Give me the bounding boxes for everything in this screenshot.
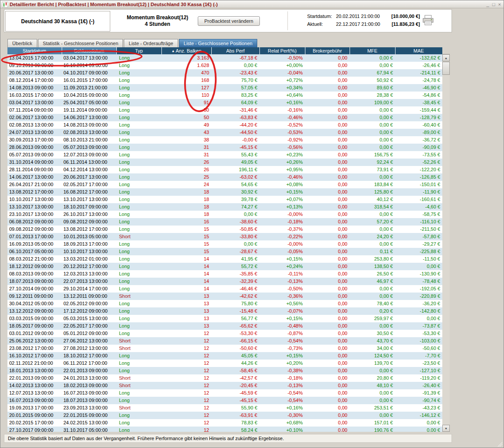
table-row[interactable]: 13.08.2012 17:00:0016.08.2012 17:00:00Lo…	[7, 188, 442, 196]
table-row[interactable]: 02.08.2013 13:00:0014.08.2013 09:00:00Lo…	[7, 121, 442, 129]
cell-mae: -24,78 €	[395, 77, 442, 84]
scroll-up-button[interactable]: ▲	[442, 54, 450, 61]
cell-startdatum: 28.06.2013 09:00:00	[7, 144, 62, 151]
cell-schlussdatum: 04.12.2014 13:00:00	[62, 166, 116, 173]
table-row[interactable]: 06.08.2012 09:00:0009.08.2012 09:00:00Lo…	[7, 218, 442, 226]
cell-schlussdatum: 16.10.2014 09:00:00	[62, 62, 116, 69]
table-row[interactable]: 02.06.2017 13:00:0014.06.2017 13:00:00Lo…	[7, 114, 442, 121]
table-row[interactable]: 05.07.2013 09:00:0012.07.2013 09:00:00Lo…	[7, 151, 442, 159]
cell-typ: Long	[116, 218, 161, 226]
table-row[interactable]: 08.12.2014 17:00:0016.01.2015 17:00:00Lo…	[7, 77, 442, 84]
print-icon[interactable]	[422, 15, 434, 26]
cell-abs-perf: 57,05 €	[211, 84, 259, 92]
cell-brokergebuehr: 0,00	[305, 233, 350, 240]
cell-anz-balken: 12	[161, 412, 211, 419]
start-date-label: Startdatum:	[307, 13, 334, 19]
cell-mae: -192,05 €	[395, 285, 442, 293]
table-row[interactable]: 03.03.2015 09:00:0005.03.2015 13:00:00Lo…	[7, 315, 442, 322]
table-row[interactable]: 20.02.2015 17:00:0024.02.2015 13:00:00Lo…	[7, 419, 442, 427]
column-header-schlussdatum[interactable]: Schlussdatum	[62, 47, 116, 54]
cell-typ: Long	[116, 330, 161, 337]
table-row[interactable]: 16.07.2013 09:00:0018.07.2013 09:00:00Lo…	[7, 397, 442, 404]
table-row[interactable]: 12.07.2013 13:00:0016.07.2013 09:00:00Lo…	[7, 389, 442, 397]
column-header-brokergebuehr[interactable]: Brokergebühr	[305, 47, 350, 54]
maximize-button[interactable]: □	[492, 0, 495, 8]
table-row[interactable]: 26.04.2017 21:00:0002.05.2017 17:00:00Lo…	[7, 181, 442, 188]
column-header-mfe[interactable]: MFE	[350, 47, 395, 54]
table-row[interactable]: 03.04.2017 13:00:0025.04.2017 05:00:00Lo…	[7, 99, 442, 106]
scroll-down-button[interactable]: ▼	[442, 425, 450, 432]
close-button[interactable]: ×	[498, 0, 501, 8]
minimize-button[interactable]: _	[486, 0, 489, 8]
cell-mfe: 0,00 €	[350, 54, 395, 62]
table-row[interactable]: 27.10.2014 09:00:0029.10.2014 17:00:00Lo…	[7, 285, 442, 293]
modify-probacktest-button[interactable]: ProBacktest verändern	[198, 16, 260, 26]
table-row[interactable]: 19.09.2013 17:00:0023.09.2013 13:00:00Sh…	[7, 404, 442, 412]
table-row[interactable]: 23.08.2012 17:00:0027.08.2012 13:00:00Sh…	[7, 345, 442, 352]
tab-statistik-geschlossene-positionen[interactable]: Statistik - Geschlossene Positionen	[38, 39, 123, 47]
table-row[interactable]: 14.08.2013 09:00:0011.09.2013 21:00:00Lo…	[7, 84, 442, 92]
table-row[interactable]: 16.10.2012 17:00:0018.10.2012 17:00:00Lo…	[7, 352, 442, 360]
table-row[interactable]: 14.06.2017 13:00:0020.06.2017 13:00:00Lo…	[7, 173, 442, 181]
cell-anz-balken: 12	[161, 374, 211, 382]
table-row[interactable]: 18.12.2012 09:00:0020.12.2012 17:00:00Lo…	[7, 263, 442, 270]
table-row[interactable]: 18.07.2013 09:00:0022.07.2013 13:00:00Lo…	[7, 278, 442, 285]
tab-liste-orderauftraege[interactable]: Liste - Orderaufträge	[124, 39, 178, 47]
cell-typ: Long	[116, 77, 161, 84]
cell-abs-perf: -63,91 €	[211, 412, 259, 419]
table-row[interactable]: 24.07.2013 13:00:0002.08.2013 13:00:00Lo…	[7, 129, 442, 136]
table-row[interactable]: 16.03.2015 17:00:0010.04.2015 09:00:00Lo…	[7, 92, 442, 99]
table-row[interactable]: 27.10.2017 09:00:0031.10.2017 05:00:00Lo…	[7, 427, 442, 432]
scrollbar-track[interactable]	[442, 61, 450, 425]
table-row[interactable]: 13.12.2012 09:00:0017.12.2012 09:00:00Lo…	[7, 307, 442, 315]
table-row[interactable]: 08.03.2012 21:00:0013.03.2012 01:00:00Lo…	[7, 255, 442, 263]
table-row[interactable]: 06.10.2017 05:00:0010.10.2017 13:00:00Lo…	[7, 248, 442, 255]
column-header-abs-perf[interactable]: Abs Perf	[211, 47, 259, 54]
table-row[interactable]: 18.05.2017 09:00:0022.05.2017 17:00:00Lo…	[7, 322, 442, 330]
resize-grip[interactable]	[497, 441, 502, 446]
cell-startdatum: 20.02.2015 17:00:00	[7, 419, 62, 427]
table-row[interactable]: 13.04.2015 17:00:0003.04.2017 13:00:00Lo…	[7, 54, 442, 62]
table-row[interactable]: 23.10.2017 13:00:0026.10.2017 13:00:00Lo…	[7, 211, 442, 218]
table-row[interactable]: 28.11.2014 09:00:0004.12.2014 13:00:00Lo…	[7, 166, 442, 173]
cell-anz-balken: 14	[161, 278, 211, 285]
table-row[interactable]: 20.06.2017 13:00:0004.10.2017 09:00:00Lo…	[7, 69, 442, 77]
table-row[interactable]: 09.12.2011 09:00:0013.12.2011 09:00:00Sh…	[7, 293, 442, 300]
cell-typ: Long	[116, 427, 161, 432]
cell-mae: -26,40 €	[395, 382, 442, 389]
table-row[interactable]: 07.01.2013 17:00:0010.01.2013 05:00:00Sh…	[7, 233, 442, 240]
table-row[interactable]: 16.09.2013 05:00:0018.09.2013 17:00:00Lo…	[7, 240, 442, 248]
table-row[interactable]: 13.10.2017 13:00:0018.10.2017 09:00:00Lo…	[7, 203, 442, 211]
table-row[interactable]: 20.01.2015 09:00:0022.01.2015 09:00:00Lo…	[7, 412, 442, 419]
table-row[interactable]: 10.10.2017 13:00:0013.10.2017 13:00:00Lo…	[7, 196, 442, 203]
table-row[interactable]: 07.11.2014 09:00:0019.11.2014 09:00:00Lo…	[7, 106, 442, 114]
table-row[interactable]: 09.10.2013 09:00:0016.10.2014 09:00:00Lo…	[7, 62, 442, 69]
table-row[interactable]: 31.10.2014 09:00:0006.11.2014 13:00:00Lo…	[7, 159, 442, 166]
column-header-anz-balken[interactable]: ▲Anz. Balken	[161, 47, 211, 54]
column-header-startdatum[interactable]: Startdatum	[7, 47, 62, 54]
title-bar[interactable]: Detaillierter Bericht | ProBacktest | Mo…	[0, 0, 504, 8]
table-row[interactable]: 18.01.2013 13:00:0022.01.2013 09:00:00Lo…	[7, 367, 442, 374]
table-row[interactable]: 02.11.2012 21:00:0006.11.2012 17:00:00Lo…	[7, 360, 442, 367]
table-row[interactable]: 03.01.2012 09:00:0005.01.2012 09:00:00Lo…	[7, 330, 442, 337]
tab-liste-geschlossene-positionen[interactable]: Liste - Geschlossene Positionen	[179, 39, 257, 47]
tab-ueberblick[interactable]: Überblick	[7, 39, 37, 47]
column-header-relat-perf[interactable]: Relat Perf(%)	[259, 47, 305, 54]
cell-brokergebuehr: 0,00	[305, 92, 350, 99]
cell-brokergebuehr: 0,00	[305, 226, 350, 233]
table-row[interactable]: 30.04.2012 05:00:0002.05.2012 09:00:00Lo…	[7, 300, 442, 307]
table-row[interactable]: 14.02.2013 13:00:0018.02.2013 09:00:00Sh…	[7, 382, 442, 389]
cell-mae: -60,40 €	[395, 121, 442, 129]
table-row[interactable]: 09.08.2012 09:00:0013.08.2012 17:00:00Lo…	[7, 226, 442, 233]
scrollbar-thumb[interactable]	[442, 62, 450, 75]
table-row[interactable]: 30.09.2013 17:00:0008.10.2013 21:00:00Lo…	[7, 136, 442, 144]
cell-relat-perf: +0,07%	[259, 196, 305, 203]
table-row[interactable]: 25.06.2012 13:00:0027.06.2012 13:00:00Sh…	[7, 337, 442, 345]
cell-typ: Long	[116, 285, 161, 293]
column-header-typ[interactable]: Typ	[116, 47, 161, 54]
column-header-mae[interactable]: MAE	[395, 47, 442, 54]
cell-schlussdatum: 12.03.2013 13:00:00	[62, 270, 116, 278]
table-row[interactable]: 08.03.2013 09:00:0012.03.2013 13:00:00Lo…	[7, 270, 442, 278]
table-row[interactable]: 22.01.2013 09:00:0024.01.2013 13:00:00Sh…	[7, 374, 442, 382]
table-row[interactable]: 28.06.2013 09:00:0005.07.2013 09:00:00Lo…	[7, 144, 442, 151]
